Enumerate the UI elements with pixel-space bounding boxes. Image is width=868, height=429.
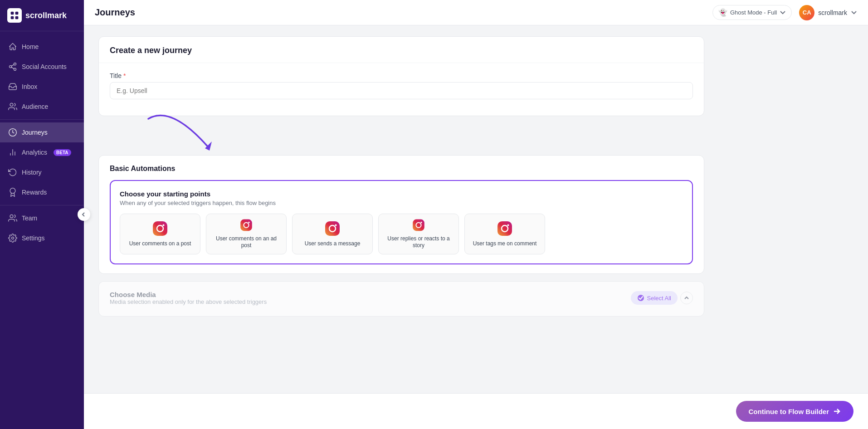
- automations-title: Basic Automations: [110, 165, 693, 173]
- chevron-up-icon: [684, 295, 689, 301]
- app-name: scrollmark: [25, 11, 67, 20]
- header-right: 👻 Ghost Mode - Full CA scrollmark: [712, 5, 857, 20]
- sidebar-item-home-label: Home: [22, 43, 39, 50]
- svg-rect-1: [15, 12, 19, 15]
- sidebar-item-audience-label: Audience: [22, 103, 48, 110]
- sidebar-item-social-accounts-label: Social Accounts: [22, 63, 67, 70]
- svg-rect-30: [497, 221, 512, 236]
- sidebar-item-journeys[interactable]: Journeys: [0, 122, 84, 142]
- title-form-group: Title *: [110, 72, 693, 99]
- svg-point-15: [10, 215, 13, 218]
- media-title: Choose Media: [110, 291, 267, 298]
- analytics-beta-badge: BETA: [54, 149, 71, 156]
- svg-rect-18: [153, 221, 167, 236]
- chevron-down-icon: [780, 10, 786, 16]
- trigger-comment-ad-label: User comments on an ad post: [211, 235, 282, 249]
- sidebar-item-team[interactable]: Team: [0, 208, 84, 228]
- svg-rect-21: [240, 219, 252, 231]
- svg-rect-0: [11, 12, 14, 15]
- sidebar-item-rewards-label: Rewards: [22, 189, 47, 196]
- media-desc: Media selection enabled only for the abo…: [110, 298, 267, 305]
- content-area: Create a new journey Title *: [84, 25, 868, 393]
- instagram-icon-3: [324, 220, 341, 237]
- sidebar-item-social-accounts[interactable]: Social Accounts: [0, 57, 84, 77]
- trigger-tags-comment-label: User tags me on comment: [473, 240, 537, 248]
- sidebar: scrollmark Home Social Accounts: [0, 0, 84, 429]
- svg-point-26: [335, 224, 337, 226]
- svg-point-9: [10, 103, 13, 107]
- sidebar-item-audience[interactable]: Audience: [0, 97, 84, 117]
- sidebar-item-home[interactable]: Home: [0, 37, 84, 57]
- starting-points-desc: When any of your selected triggers happe…: [120, 200, 683, 206]
- svg-point-6: [14, 68, 16, 70]
- sidebar-item-settings[interactable]: Settings: [0, 228, 84, 248]
- instagram-icon-1: [152, 220, 168, 237]
- svg-rect-3: [15, 16, 19, 20]
- sidebar-collapse-button[interactable]: [78, 208, 90, 221]
- sidebar-nav: Home Social Accounts Inbox: [0, 31, 84, 429]
- starting-points-title: Choose your starting points: [120, 190, 683, 198]
- nav-divider-1: [0, 119, 84, 120]
- page-title: Journeys: [95, 7, 135, 18]
- ghost-icon: 👻: [718, 8, 727, 17]
- instagram-icon-5: [497, 220, 513, 237]
- trigger-sends-message-label: User sends a message: [305, 240, 361, 248]
- sidebar-item-inbox-label: Inbox: [22, 83, 37, 90]
- sidebar-item-analytics-label: Analytics: [22, 149, 47, 156]
- svg-point-23: [248, 222, 249, 223]
- create-journey-body: Title *: [99, 63, 704, 116]
- svg-point-5: [10, 66, 12, 68]
- sidebar-item-journeys-label: Journeys: [22, 129, 48, 136]
- footer: Continue to Flow Builder: [84, 393, 868, 429]
- svg-rect-2: [11, 16, 14, 20]
- trigger-replies-story-label: User replies or reacts to a story: [383, 235, 454, 249]
- svg-point-29: [420, 222, 422, 223]
- svg-point-14: [10, 188, 15, 194]
- select-all-button[interactable]: Select All: [631, 291, 678, 305]
- logo-icon: [7, 8, 22, 23]
- title-input[interactable]: [110, 82, 693, 99]
- sidebar-item-analytics[interactable]: Analytics BETA: [0, 142, 84, 162]
- trigger-replies-story[interactable]: User replies or reacts to a story: [378, 214, 459, 254]
- choose-media-card: Choose Media Media selection enabled onl…: [98, 281, 704, 317]
- media-card-left: Choose Media Media selection enabled onl…: [110, 291, 267, 305]
- triggers-grid: User comments on a post User comments on…: [120, 214, 683, 254]
- starting-points-container: Choose your starting points When any of …: [110, 180, 693, 264]
- check-circle-icon: [637, 294, 644, 302]
- sidebar-item-settings-label: Settings: [22, 234, 45, 242]
- media-card-actions: Select All: [631, 291, 693, 305]
- app-logo: scrollmark: [0, 0, 84, 31]
- media-collapse-button[interactable]: [680, 292, 693, 304]
- user-menu-chevron-icon: [851, 10, 857, 16]
- ghost-mode-selector[interactable]: 👻 Ghost Mode - Full: [712, 5, 792, 20]
- trigger-tags-comment[interactable]: User tags me on comment: [464, 214, 545, 254]
- continue-to-flow-builder-button[interactable]: Continue to Flow Builder: [736, 401, 853, 422]
- svg-point-20: [163, 224, 165, 226]
- media-card-header: Choose Media Media selection enabled onl…: [110, 291, 693, 305]
- sidebar-item-inbox[interactable]: Inbox: [0, 77, 84, 97]
- nav-divider-2: [0, 205, 84, 205]
- arrow-right-icon: [833, 407, 841, 415]
- ghost-mode-label: Ghost Mode - Full: [730, 9, 777, 16]
- main-content: Journeys 👻 Ghost Mode - Full CA scrollma…: [84, 0, 868, 429]
- svg-point-16: [12, 237, 14, 239]
- user-name-label: scrollmark: [818, 9, 847, 16]
- svg-marker-17: [205, 141, 212, 151]
- sidebar-item-history-label: History: [22, 169, 42, 176]
- sidebar-item-team-label: Team: [22, 214, 37, 222]
- instagram-icon-2: [238, 219, 254, 232]
- title-label: Title *: [110, 72, 693, 79]
- required-marker: *: [123, 72, 126, 79]
- svg-line-7: [11, 67, 14, 68]
- trigger-sends-message[interactable]: User sends a message: [292, 214, 373, 254]
- trigger-comment-post[interactable]: User comments on a post: [120, 214, 200, 254]
- sidebar-item-rewards[interactable]: Rewards: [0, 182, 84, 202]
- create-journey-card: Create a new journey Title *: [98, 36, 704, 116]
- sidebar-item-history[interactable]: History: [0, 162, 84, 182]
- svg-line-8: [11, 64, 14, 66]
- svg-point-32: [507, 224, 509, 226]
- user-menu[interactable]: CA scrollmark: [799, 5, 857, 20]
- trigger-comment-ad[interactable]: User comments on an ad post: [206, 214, 287, 254]
- avatar: CA: [799, 5, 814, 20]
- instagram-icon-4: [410, 219, 427, 232]
